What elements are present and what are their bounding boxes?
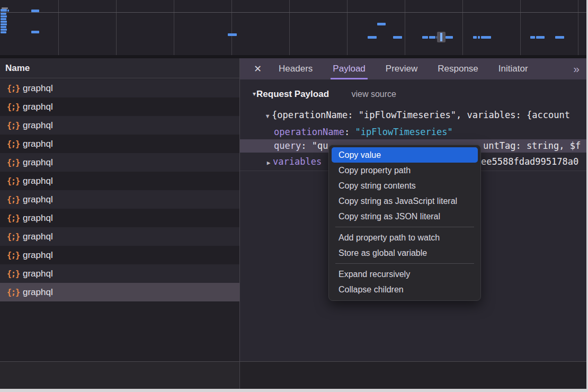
waterfall-bar: [228, 33, 237, 36]
menu-item-copy-value[interactable]: Copy value: [332, 147, 478, 163]
waterfall-bar: [422, 36, 428, 39]
overview-hover-marker: [437, 32, 446, 42]
property-key: variables: [273, 156, 322, 167]
waterfall-bar: [555, 36, 564, 39]
more-tabs-icon[interactable]: »: [573, 63, 578, 75]
waterfall-bar: [1, 23, 7, 25]
json-braces-icon: {;}: [7, 172, 23, 191]
menu-item-copy-string-as-json-literal[interactable]: Copy string as JSON literal: [332, 209, 478, 224]
menu-item-copy-string-as-javascript-literal[interactable]: Copy string as JavaScript literal: [332, 193, 478, 209]
menu-separator: [335, 263, 474, 264]
section-title: Request Payload: [256, 89, 329, 99]
name-column-header[interactable]: Name: [0, 58, 239, 78]
json-braces-icon: {;}: [7, 246, 23, 265]
waterfall-bar: [1, 18, 6, 20]
payload-operationname-row[interactable]: operationName: "ipFlowTimeseries": [240, 126, 586, 139]
request-name-label: graphql: [23, 213, 53, 223]
request-name-label: graphql: [23, 287, 53, 297]
network-request-row[interactable]: {;}graphql: [0, 264, 239, 283]
expand-triangle-icon[interactable]: ▼: [263, 110, 272, 122]
network-request-row[interactable]: {;}graphql: [0, 227, 239, 246]
json-braces-icon: {;}: [7, 265, 23, 283]
network-request-row[interactable]: {;}graphql: [0, 283, 239, 301]
json-braces-icon: {;}: [7, 117, 23, 135]
tab-payload[interactable]: Payload: [331, 58, 367, 79]
waterfall-bar: [473, 36, 477, 39]
request-name-label: graphql: [23, 120, 53, 130]
detail-tab-bar: ✕ Headers Payload Preview Response Initi…: [240, 58, 586, 79]
request-name-label: graphql: [23, 231, 53, 242]
request-name-label: graphql: [23, 157, 53, 167]
waterfall-bar: [1, 29, 7, 31]
menu-item-copy-property-path[interactable]: Copy property path: [332, 163, 478, 178]
request-name-label: graphql: [23, 102, 53, 112]
close-icon[interactable]: ✕: [254, 63, 262, 75]
json-braces-icon: {;}: [7, 228, 23, 246]
waterfall-bar: [1, 15, 7, 17]
waterfall-bar: [481, 36, 491, 39]
window-bottom-edge: [0, 389, 588, 392]
json-braces-icon: {;}: [7, 79, 23, 98]
waterfall-bar: [7, 10, 9, 12]
network-request-row[interactable]: {;}graphql: [0, 135, 239, 153]
key-separator: :: [301, 140, 311, 151]
waterfall-bar: [377, 23, 386, 25]
key-separator: :: [344, 127, 355, 137]
json-braces-icon: {;}: [7, 154, 23, 172]
overview-gridline: [231, 0, 232, 55]
request-payload-header: ▾Request Payload view source: [240, 89, 396, 101]
overview-row-divider: [0, 12, 588, 13]
waterfall-bar: [536, 36, 545, 39]
overview-gridline: [520, 0, 521, 55]
menu-item-store-as-global-variable[interactable]: Store as global variable: [332, 245, 478, 261]
network-request-row[interactable]: {;}graphql: [0, 246, 239, 264]
network-request-row[interactable]: {;}graphql: [0, 97, 239, 116]
network-request-row[interactable]: {;}graphql: [0, 116, 239, 135]
property-value: "ipFlowTimeseries": [355, 127, 453, 137]
request-name-label: graphql: [23, 269, 53, 279]
payload-root-preview: {operationName: "ipFlowTimeseries", vari…: [272, 110, 570, 120]
waterfall-bar: [1, 9, 7, 12]
request-name-label: graphql: [23, 176, 53, 186]
network-overview-timeline[interactable]: [0, 0, 588, 55]
json-braces-icon: {;}: [7, 98, 23, 117]
network-request-row[interactable]: {;}graphql: [0, 79, 239, 97]
property-value-prefix: "qu: [312, 140, 328, 151]
tab-preview[interactable]: Preview: [384, 58, 420, 79]
tab-initiator[interactable]: Initiator: [496, 58, 530, 79]
expand-triangle-icon[interactable]: ▶: [264, 156, 273, 168]
waterfall-bar: [1, 13, 6, 15]
waterfall-bar: [1, 21, 7, 23]
request-name-label: graphql: [23, 83, 53, 93]
property-key: query: [274, 140, 301, 151]
overview-gridline: [58, 0, 59, 55]
request-list-panel: Name {;}graphql{;}graphql{;}graphql{;}gr…: [0, 58, 239, 361]
context-menu: Copy valueCopy property pathCopy string …: [328, 145, 481, 301]
menu-item-add-property-path-to-watch[interactable]: Add property path to watch: [332, 230, 478, 245]
json-braces-icon: {;}: [7, 135, 23, 154]
network-request-row[interactable]: {;}graphql: [0, 190, 239, 209]
waterfall-bar: [478, 36, 480, 39]
waterfall-bar: [429, 36, 435, 39]
overview-gridline: [405, 0, 405, 55]
waterfall-bar: [1, 26, 6, 28]
menu-item-copy-string-contents[interactable]: Copy string contents: [332, 178, 478, 193]
payload-root-row[interactable]: ▼{operationName: "ipFlowTimeseries", var…: [240, 109, 586, 122]
waterfall-bar: [530, 36, 535, 39]
overview-gridline: [462, 0, 463, 55]
network-request-row[interactable]: {;}graphql: [0, 153, 239, 172]
view-source-link[interactable]: view source: [351, 90, 396, 99]
tab-response[interactable]: Response: [435, 58, 480, 79]
tab-headers[interactable]: Headers: [277, 58, 315, 79]
menu-item-collapse-children[interactable]: Collapse children: [332, 282, 478, 297]
network-request-row[interactable]: {;}graphql: [0, 172, 239, 190]
overview-hover-tick: [440, 33, 442, 41]
property-value-suffix: ee5588fdad995178a0: [481, 155, 578, 168]
waterfall-bar: [393, 36, 402, 39]
waterfall-bar: [446, 36, 453, 39]
collapse-triangle-icon[interactable]: ▾: [253, 90, 256, 97]
waterfall-bar: [31, 31, 39, 33]
menu-item-expand-recursively[interactable]: Expand recursively: [332, 266, 478, 282]
waterfall-bar: [1, 31, 6, 33]
network-request-row[interactable]: {;}graphql: [0, 209, 239, 227]
